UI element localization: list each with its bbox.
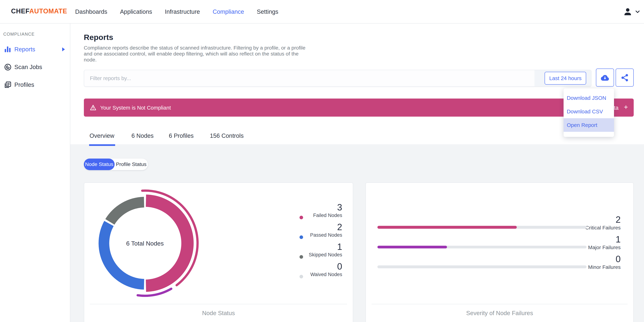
sidebar-item-reports[interactable]: Reports <box>0 44 70 54</box>
status-toggle: Node Status Profile Status <box>84 158 148 170</box>
node-status-card: 6 Total Nodes 3 Failed Nodes 2 Passed No… <box>84 182 353 322</box>
legend-item-passed[interactable]: 2 Passed Nodes <box>260 222 342 242</box>
time-range-button[interactable]: Last 24 hours <box>544 72 586 84</box>
severity-label: Critical Failures <box>585 225 621 231</box>
severity-row-major[interactable]: 1 Major Failures <box>366 234 633 254</box>
bar-track <box>378 226 586 229</box>
radar-icon <box>4 64 12 71</box>
bar-track <box>378 246 586 248</box>
menu-item-download-csv[interactable]: Download CSV <box>564 105 614 118</box>
tab-profiles[interactable]: 6 Profiles <box>169 132 194 139</box>
page-description: Compliance reports describe the status o… <box>84 45 309 63</box>
report-metadata-label-fragment: ta <box>614 105 619 111</box>
toggle-profile-status[interactable]: Profile Status <box>114 158 148 170</box>
logo-automate: AUTOMATE <box>29 8 67 15</box>
share-report-button[interactable] <box>616 68 634 86</box>
nav-item-infrastructure[interactable]: Infrastructure <box>165 8 200 15</box>
tab-controls[interactable]: 156 Controls <box>210 132 244 139</box>
donut-center-label: 6 Total Nodes <box>104 240 186 247</box>
expand-metadata-button[interactable]: + <box>624 103 628 111</box>
failed-dot-icon <box>300 216 303 219</box>
major-bar-fill <box>378 246 447 248</box>
card-divider <box>372 304 628 304</box>
sidebar-item-profiles[interactable]: Profiles <box>0 80 70 90</box>
download-report-button[interactable] <box>596 68 614 86</box>
filter-bar: Last 24 hours <box>84 70 592 86</box>
card-divider <box>90 304 347 304</box>
not-compliant-banner: Your System is Not Compliant ta + <box>84 98 634 116</box>
download-dropdown-menu: Download JSON Download CSV Open Report <box>564 88 614 137</box>
user-profile-icon <box>624 8 632 16</box>
filter-reports-input[interactable] <box>90 70 534 86</box>
skipped-dot-icon <box>300 255 303 259</box>
legend-value: 2 <box>260 222 342 232</box>
tab-overview[interactable]: Overview <box>90 132 114 139</box>
bar-chart-icon <box>4 46 12 52</box>
severity-label: Major Failures <box>588 244 621 250</box>
severity-value: 0 <box>616 254 621 264</box>
sidebar-item-label: Profiles <box>14 81 34 88</box>
cloud-download-icon <box>600 74 610 81</box>
sidebar-item-scan-jobs[interactable]: Scan Jobs <box>0 62 70 72</box>
waived-dot-icon <box>300 275 303 278</box>
sidebar-item-label: Reports <box>14 46 35 53</box>
legend-value: 1 <box>260 242 342 252</box>
user-menu[interactable] <box>624 0 640 24</box>
chef-automate-logo[interactable]: CHEFAUTOMATE <box>11 8 67 15</box>
submenu-arrow-icon[interactable] <box>62 47 65 51</box>
page-title: Reports <box>84 33 113 42</box>
main-nav: Dashboards Applications Infrastructure C… <box>75 0 278 24</box>
share-icon <box>621 74 629 82</box>
sidebar-item-label: Scan Jobs <box>14 64 42 70</box>
legend-item-failed[interactable]: 3 Failed Nodes <box>260 202 342 222</box>
nav-item-settings[interactable]: Settings <box>257 8 278 15</box>
card-caption: Node Status <box>84 310 353 316</box>
severity-card: 2 Critical Failures 1 Major Failures 0 M… <box>366 182 634 322</box>
menu-item-download-json[interactable]: Download JSON <box>564 91 614 105</box>
chevron-down-icon <box>635 10 640 14</box>
severity-label: Minor Failures <box>588 264 621 270</box>
logo-chef: CHEF <box>11 8 29 15</box>
critical-bar-fill <box>378 226 517 229</box>
nav-item-dashboards[interactable]: Dashboards <box>75 8 107 15</box>
banner-message: Your System is Not Compliant <box>100 105 171 111</box>
legend-value: 0 <box>260 262 342 272</box>
documents-icon <box>4 82 12 88</box>
nav-item-compliance[interactable]: Compliance <box>212 8 244 15</box>
passed-dot-icon <box>300 236 303 239</box>
warning-icon <box>90 105 96 110</box>
severity-value: 2 <box>616 215 621 225</box>
legend-item-waived[interactable]: 0 Waived Nodes <box>260 262 342 281</box>
bar-track <box>378 266 586 268</box>
toggle-node-status[interactable]: Node Status <box>84 158 114 170</box>
donut-legend: 3 Failed Nodes 2 Passed Nodes 1 Skipped … <box>260 202 342 281</box>
legend-value: 3 <box>260 202 342 212</box>
tab-nodes[interactable]: 6 Nodes <box>132 132 154 139</box>
app-window: CHEFAUTOMATE Dashboards Applications Inf… <box>0 0 644 322</box>
card-caption: Severity of Node Failures <box>366 310 633 316</box>
severity-row-minor[interactable]: 0 Minor Failures <box>366 254 633 274</box>
severity-row-critical[interactable]: 2 Critical Failures <box>366 215 633 234</box>
severity-value: 1 <box>616 234 621 244</box>
legend-item-skipped[interactable]: 1 Skipped Nodes <box>260 242 342 262</box>
menu-item-open-report[interactable]: Open Report <box>564 118 614 132</box>
sidebar: COMPLIANCE Reports Scan Jobs <box>0 24 70 322</box>
nav-item-applications[interactable]: Applications <box>120 8 152 15</box>
top-navbar: CHEFAUTOMATE Dashboards Applications Inf… <box>0 0 644 24</box>
sidebar-section-label: COMPLIANCE <box>3 32 70 37</box>
